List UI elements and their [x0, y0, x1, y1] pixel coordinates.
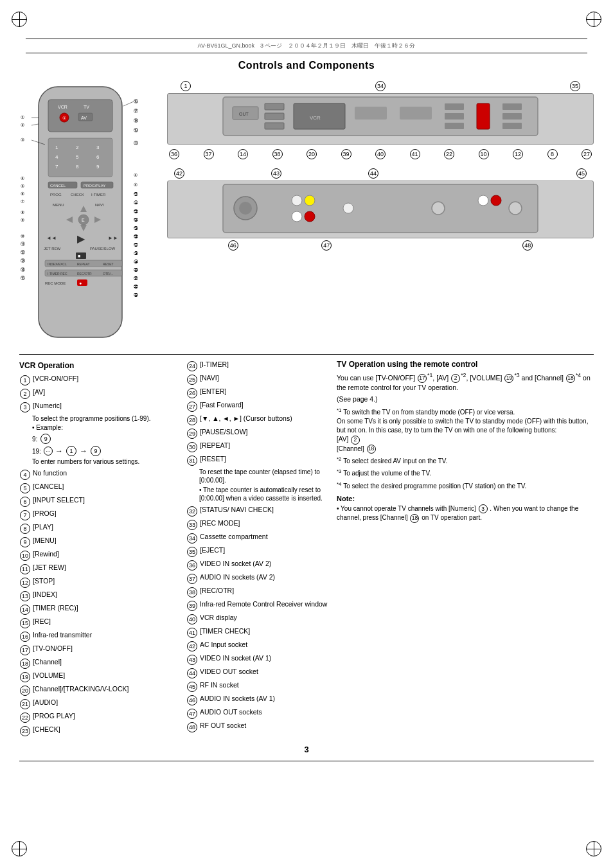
item-44: 44 VIDEO OUT socket	[186, 667, 328, 679]
svg-rect-100	[445, 103, 464, 110]
item-22: 22 [PROG PLAY]	[19, 711, 180, 723]
item-14-label: [TIMER (REC)]	[33, 603, 78, 612]
svg-point-109	[239, 202, 252, 215]
svg-text:1: 1	[55, 145, 58, 150]
inline-19: 19	[504, 374, 513, 383]
item-8-label: [PLAY]	[33, 522, 53, 531]
num-18: 18	[20, 659, 30, 669]
svg-text:⑳: ⑳	[134, 141, 138, 145]
item-18-label: [Channel]	[33, 657, 62, 666]
item-48-label: RF OUT socket	[200, 721, 246, 730]
item-6: 6 [INPUT SELECT]	[19, 495, 180, 508]
num-3: 3	[20, 402, 30, 412]
vcr-items-list-2: 4 No function 5 [CANCEL] 6 [INPUT SELECT…	[19, 468, 180, 737]
item-5-label: [CANCEL]	[33, 482, 64, 491]
svg-text:MENU: MENU	[53, 203, 64, 207]
item-41: 41 [TIMER CHECK]	[186, 626, 328, 639]
bottom-callouts-row1: 36 37 14 38 20 39 40 41 22 10 12 8 27	[167, 148, 594, 160]
svg-text:㉒: ㉒	[134, 200, 138, 205]
item-38: 38 [REC/OTR]	[186, 586, 328, 598]
item-7-label: [PROG]	[33, 509, 57, 518]
item-32-label: [STATUS/ NAVI CHECK]	[200, 505, 274, 514]
top-device: OUT VCR	[167, 93, 594, 145]
header-top-rule	[26, 39, 587, 39]
svg-text:㉕: ㉕	[134, 226, 138, 231]
svg-text:㉓: ㉓	[134, 209, 138, 214]
svg-text:㉛: ㉛	[134, 276, 138, 281]
bottom-device-svg	[168, 181, 593, 236]
item-15: 15 [REC]	[19, 617, 180, 629]
item-27: 27 [Fast Forward]	[186, 400, 328, 412]
item-38-label: [REC/OTR]	[200, 586, 234, 595]
svg-text:TV: TV	[84, 105, 89, 109]
svg-text:RESET: RESET	[103, 262, 114, 266]
fn1-num2: 2	[351, 436, 360, 445]
num-12: 12	[20, 578, 30, 588]
num-42: 42	[187, 641, 197, 651]
svg-text:⑲: ⑲	[134, 128, 138, 132]
item-4: 4 No function	[19, 468, 180, 481]
svg-rect-95	[265, 123, 284, 129]
num-40: 40	[187, 614, 197, 624]
item-25-label: [NAVI]	[200, 373, 219, 382]
svg-line-54	[31, 124, 39, 125]
svg-text:7: 7	[55, 164, 58, 170]
svg-text:⑰: ⑰	[134, 109, 138, 113]
num-47: 47	[187, 709, 197, 719]
inline-2: 2	[451, 374, 460, 383]
svg-point-117	[491, 195, 501, 206]
note-num18: 18	[410, 514, 419, 523]
item-23: 23 [CHECK]	[19, 725, 180, 737]
item-31-label: [RESET]	[200, 454, 226, 463]
callout-34: 34	[375, 81, 386, 91]
callout-41: 41	[410, 149, 420, 159]
item-35: 35 [EJECT]	[186, 545, 328, 558]
num-14: 14	[20, 605, 30, 615]
item-26-label: [ENTER]	[200, 387, 226, 396]
callout-42: 42	[174, 168, 184, 179]
num-32: 32	[187, 506, 197, 517]
num-21: 21	[20, 699, 30, 709]
item-10-label: [Rewind]	[33, 549, 59, 558]
inline-18: 18	[566, 374, 575, 383]
item-35-label: [EJECT]	[200, 545, 225, 554]
num-24: 24	[187, 361, 197, 371]
header-bottom-rule	[26, 53, 587, 53]
svg-text:㉘: ㉘	[134, 251, 138, 256]
callout-10: 10	[479, 149, 489, 159]
item-7: 7 [PROG]	[19, 509, 180, 521]
corner-mark-tl	[12, 12, 27, 27]
num-10: 10	[20, 551, 30, 561]
num-37: 37	[187, 574, 197, 584]
svg-text:REC/OTR: REC/OTR	[77, 272, 92, 276]
item-20-label: [Channel]/[TRACKING/V-LOCK]	[33, 684, 129, 693]
arrow-2: →	[80, 447, 87, 456]
page-number: 3	[19, 745, 594, 754]
item-2-label: [AV]	[33, 387, 45, 396]
inline-17: 17	[418, 374, 427, 383]
fn1-num18: 18	[367, 445, 376, 454]
note-num3: 3	[479, 504, 488, 513]
item-17: 17 [TV-ON/OFF]	[19, 644, 180, 656]
num-34: 34	[187, 533, 197, 544]
svg-text:REC MODE: REC MODE	[45, 281, 66, 285]
svg-text:VCR: VCR	[310, 115, 321, 121]
num-7: 7	[20, 510, 30, 520]
remote-svg: VCR TV ① AV 1 2 3 4 5 6 7 8 9	[19, 80, 154, 344]
callout-43: 43	[271, 168, 281, 179]
num-48: 48	[187, 722, 197, 732]
top-device-svg: OUT VCR	[168, 94, 593, 139]
svg-text:⑫: ⑫	[21, 250, 25, 254]
item-40: 40 VCR display	[186, 613, 328, 625]
svg-text:⑨: ⑨	[21, 218, 24, 222]
svg-text:5: 5	[76, 154, 79, 160]
item-42-label: AC Input socket	[200, 640, 247, 649]
example-19-text: 19:	[32, 448, 41, 455]
footnote-4: *4 To select the desired programme posit…	[337, 481, 594, 491]
page-title: Controls and Components	[19, 60, 594, 71]
svg-text:6: 6	[96, 154, 100, 160]
svg-text:①: ①	[62, 116, 66, 120]
note-text: • You cannot operate TV channels with [N…	[337, 504, 594, 523]
tv-op-intro: You can use [TV-ON/OFF] 17*1, [AV] 2*2, …	[337, 371, 594, 392]
example-9-row: 9: 9	[32, 433, 180, 445]
